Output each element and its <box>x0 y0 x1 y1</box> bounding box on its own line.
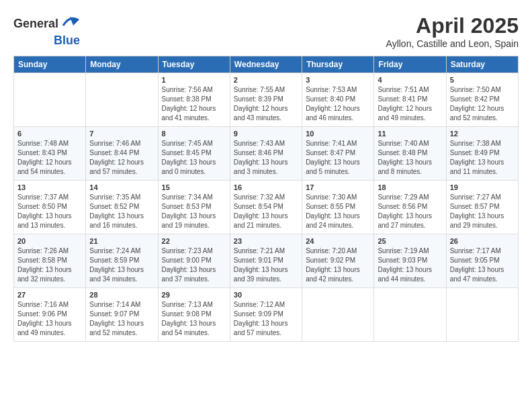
calendar-cell <box>446 288 518 342</box>
day-info: Sunrise: 7:53 AM Sunset: 8:40 PM Dayligh… <box>306 85 370 123</box>
day-info: Sunrise: 7:41 AM Sunset: 8:47 PM Dayligh… <box>306 139 370 177</box>
calendar-cell: 1Sunrise: 7:56 AM Sunset: 8:38 PM Daylig… <box>158 73 230 127</box>
calendar-cell: 2Sunrise: 7:55 AM Sunset: 8:39 PM Daylig… <box>230 73 302 127</box>
calendar-cell: 16Sunrise: 7:32 AM Sunset: 8:54 PM Dayli… <box>230 181 302 234</box>
calendar-cell: 17Sunrise: 7:30 AM Sunset: 8:55 PM Dayli… <box>302 181 374 234</box>
day-number: 1 <box>162 76 226 84</box>
day-number: 25 <box>378 237 442 245</box>
day-number: 16 <box>234 183 298 191</box>
calendar-cell: 10Sunrise: 7:41 AM Sunset: 8:47 PM Dayli… <box>302 127 374 181</box>
calendar-day-header: Sunday <box>14 56 86 73</box>
day-info: Sunrise: 7:45 AM Sunset: 8:45 PM Dayligh… <box>162 139 226 177</box>
day-info: Sunrise: 7:56 AM Sunset: 8:38 PM Dayligh… <box>162 85 226 123</box>
calendar-cell: 27Sunrise: 7:16 AM Sunset: 9:06 PM Dayli… <box>14 288 86 342</box>
day-info: Sunrise: 7:12 AM Sunset: 9:09 PM Dayligh… <box>234 300 298 338</box>
day-number: 21 <box>89 237 154 245</box>
calendar-cell: 23Sunrise: 7:21 AM Sunset: 9:01 PM Dayli… <box>230 234 302 288</box>
day-info: Sunrise: 7:23 AM Sunset: 9:00 PM Dayligh… <box>162 246 226 284</box>
day-info: Sunrise: 7:46 AM Sunset: 8:44 PM Dayligh… <box>89 139 154 177</box>
day-info: Sunrise: 7:50 AM Sunset: 8:42 PM Dayligh… <box>450 85 515 123</box>
calendar-cell: 9Sunrise: 7:43 AM Sunset: 8:46 PM Daylig… <box>230 127 302 181</box>
day-info: Sunrise: 7:30 AM Sunset: 8:55 PM Dayligh… <box>306 193 370 230</box>
calendar-cell <box>374 288 446 342</box>
calendar-cell: 7Sunrise: 7:46 AM Sunset: 8:44 PM Daylig… <box>86 127 158 181</box>
day-number: 19 <box>450 183 515 191</box>
day-number: 5 <box>450 76 515 84</box>
calendar-cell: 22Sunrise: 7:23 AM Sunset: 9:00 PM Dayli… <box>158 234 230 288</box>
calendar-cell: 20Sunrise: 7:26 AM Sunset: 8:58 PM Dayli… <box>14 234 86 288</box>
logo-general-text: General <box>13 17 58 31</box>
calendar-day-header: Tuesday <box>158 56 230 73</box>
month-title: April 2025 <box>386 13 519 38</box>
calendar-day-header: Monday <box>86 56 158 73</box>
day-number: 8 <box>162 130 226 138</box>
day-info: Sunrise: 7:32 AM Sunset: 8:54 PM Dayligh… <box>234 193 298 230</box>
location-title: Ayllon, Castille and Leon, Spain <box>386 38 519 49</box>
calendar-cell <box>302 288 374 342</box>
calendar-week-row: 27Sunrise: 7:16 AM Sunset: 9:06 PM Dayli… <box>14 288 519 342</box>
calendar-cell <box>86 73 158 127</box>
day-number: 22 <box>162 237 226 245</box>
day-number: 15 <box>162 183 226 191</box>
calendar-day-header: Saturday <box>446 56 518 73</box>
day-number: 27 <box>17 291 82 299</box>
day-number: 6 <box>17 130 82 138</box>
calendar-week-row: 20Sunrise: 7:26 AM Sunset: 8:58 PM Dayli… <box>14 234 519 288</box>
calendar-day-header: Friday <box>374 56 446 73</box>
day-info: Sunrise: 7:13 AM Sunset: 9:08 PM Dayligh… <box>162 300 226 338</box>
calendar-cell: 11Sunrise: 7:40 AM Sunset: 8:48 PM Dayli… <box>374 127 446 181</box>
day-info: Sunrise: 7:40 AM Sunset: 8:48 PM Dayligh… <box>378 139 442 177</box>
calendar-cell <box>14 73 86 127</box>
day-info: Sunrise: 7:48 AM Sunset: 8:43 PM Dayligh… <box>17 139 82 177</box>
day-info: Sunrise: 7:38 AM Sunset: 8:49 PM Dayligh… <box>450 139 515 177</box>
day-info: Sunrise: 7:35 AM Sunset: 8:52 PM Dayligh… <box>89 193 154 230</box>
calendar-cell: 4Sunrise: 7:51 AM Sunset: 8:41 PM Daylig… <box>374 73 446 127</box>
calendar-week-row: 13Sunrise: 7:37 AM Sunset: 8:50 PM Dayli… <box>14 181 519 234</box>
day-number: 28 <box>89 291 154 299</box>
calendar-cell: 5Sunrise: 7:50 AM Sunset: 8:42 PM Daylig… <box>446 73 518 127</box>
logo-icon <box>60 13 80 34</box>
calendar-table: SundayMondayTuesdayWednesdayThursdayFrid… <box>13 56 519 342</box>
calendar-cell: 24Sunrise: 7:20 AM Sunset: 9:02 PM Dayli… <box>302 234 374 288</box>
logo-blue-text: Blue <box>54 34 80 48</box>
day-number: 4 <box>378 76 442 84</box>
calendar-cell: 28Sunrise: 7:14 AM Sunset: 9:07 PM Dayli… <box>86 288 158 342</box>
day-number: 10 <box>306 130 370 138</box>
day-number: 20 <box>17 237 82 245</box>
day-info: Sunrise: 7:27 AM Sunset: 8:57 PM Dayligh… <box>450 193 515 230</box>
day-number: 9 <box>234 130 298 138</box>
calendar-cell: 14Sunrise: 7:35 AM Sunset: 8:52 PM Dayli… <box>86 181 158 234</box>
calendar-cell: 26Sunrise: 7:17 AM Sunset: 9:05 PM Dayli… <box>446 234 518 288</box>
calendar-cell: 19Sunrise: 7:27 AM Sunset: 8:57 PM Dayli… <box>446 181 518 234</box>
day-info: Sunrise: 7:26 AM Sunset: 8:58 PM Dayligh… <box>17 246 82 284</box>
day-number: 13 <box>17 183 82 191</box>
day-info: Sunrise: 7:29 AM Sunset: 8:56 PM Dayligh… <box>378 193 442 230</box>
day-info: Sunrise: 7:21 AM Sunset: 9:01 PM Dayligh… <box>234 246 298 284</box>
logo: General Blue <box>13 13 80 48</box>
day-info: Sunrise: 7:24 AM Sunset: 8:59 PM Dayligh… <box>89 246 154 284</box>
day-info: Sunrise: 7:16 AM Sunset: 9:06 PM Dayligh… <box>17 300 82 338</box>
day-info: Sunrise: 7:37 AM Sunset: 8:50 PM Dayligh… <box>17 193 82 230</box>
day-number: 24 <box>306 237 370 245</box>
day-info: Sunrise: 7:14 AM Sunset: 9:07 PM Dayligh… <box>89 300 154 338</box>
page-header: General Blue April 2025 Ayllon, Castille… <box>13 13 519 49</box>
calendar-header-row: SundayMondayTuesdayWednesdayThursdayFrid… <box>14 56 519 73</box>
day-number: 12 <box>450 130 515 138</box>
day-info: Sunrise: 7:34 AM Sunset: 8:53 PM Dayligh… <box>162 193 226 230</box>
day-number: 29 <box>162 291 226 299</box>
calendar-cell: 13Sunrise: 7:37 AM Sunset: 8:50 PM Dayli… <box>14 181 86 234</box>
calendar-cell: 3Sunrise: 7:53 AM Sunset: 8:40 PM Daylig… <box>302 73 374 127</box>
day-info: Sunrise: 7:55 AM Sunset: 8:39 PM Dayligh… <box>234 85 298 123</box>
day-number: 30 <box>234 291 298 299</box>
day-number: 18 <box>378 183 442 191</box>
day-number: 23 <box>234 237 298 245</box>
calendar-cell: 25Sunrise: 7:19 AM Sunset: 9:03 PM Dayli… <box>374 234 446 288</box>
calendar-cell: 8Sunrise: 7:45 AM Sunset: 8:45 PM Daylig… <box>158 127 230 181</box>
day-info: Sunrise: 7:43 AM Sunset: 8:46 PM Dayligh… <box>234 139 298 177</box>
day-number: 3 <box>306 76 370 84</box>
day-info: Sunrise: 7:17 AM Sunset: 9:05 PM Dayligh… <box>450 246 515 284</box>
calendar-cell: 18Sunrise: 7:29 AM Sunset: 8:56 PM Dayli… <box>374 181 446 234</box>
calendar-cell: 29Sunrise: 7:13 AM Sunset: 9:08 PM Dayli… <box>158 288 230 342</box>
day-number: 11 <box>378 130 442 138</box>
day-number: 26 <box>450 237 515 245</box>
